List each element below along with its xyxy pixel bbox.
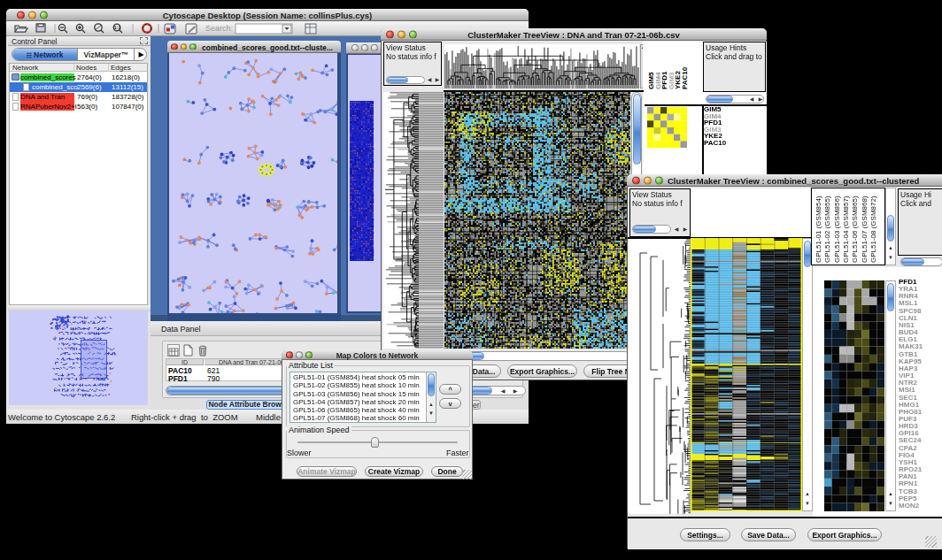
svg-text:1:1: 1:1	[114, 25, 121, 30]
svg-text:Search:: Search:	[205, 24, 233, 33]
